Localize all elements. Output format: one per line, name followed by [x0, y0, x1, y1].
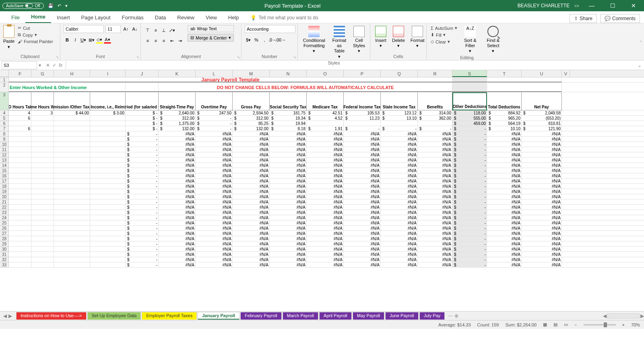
cell[interactable]: #N/A	[270, 152, 307, 157]
cell[interactable]: $965.20	[487, 116, 522, 120]
cell[interactable]: #N/A	[487, 158, 522, 162]
cell[interactable]	[31, 142, 54, 147]
cell[interactable]: #N/A	[522, 241, 562, 246]
cell[interactable]	[54, 131, 90, 136]
table-header[interactable]: Other Deductions	[452, 92, 487, 110]
row-header[interactable]: 14	[0, 163, 9, 168]
cell[interactable]: #N/A	[522, 199, 562, 204]
cell[interactable]: #N/A	[307, 252, 344, 257]
cell[interactable]: $ -	[126, 226, 159, 231]
cell[interactable]	[54, 220, 90, 225]
cell[interactable]: $2,640.00	[159, 110, 196, 115]
cell[interactable]: #N/A	[307, 247, 344, 251]
find-select-button[interactable]: Find & Select▾	[482, 25, 504, 55]
cell[interactable]: #N/A	[418, 215, 452, 220]
tab-review[interactable]: Review	[171, 12, 200, 23]
cell[interactable]: $ -	[126, 252, 159, 257]
cell[interactable]: #N/A	[270, 137, 307, 141]
cell[interactable]: $884.92	[487, 110, 522, 115]
cell[interactable]: #N/A	[522, 215, 562, 220]
decrease-decimal-icon[interactable]: .00→	[277, 36, 284, 44]
cell[interactable]: #N/A	[196, 194, 233, 199]
sheet-tab[interactable]: March Payroll	[283, 312, 318, 320]
cell[interactable]: #N/A	[381, 152, 418, 157]
cell[interactable]	[31, 158, 54, 162]
cell[interactable]: #N/A	[196, 147, 233, 152]
dialog-launcher-icon[interactable]: ⤡	[293, 55, 297, 59]
cell[interactable]	[9, 189, 31, 194]
column-header[interactable]: U	[522, 70, 562, 77]
cell[interactable]: #N/A	[196, 236, 233, 241]
cell[interactable]: #N/A	[307, 189, 344, 194]
cell[interactable]: #N/A	[196, 173, 233, 178]
tab-data[interactable]: Data	[149, 12, 171, 23]
view-page-break-icon[interactable]: ▭	[564, 322, 568, 327]
horizontal-scrollbar[interactable]	[607, 314, 640, 318]
cell[interactable]	[90, 236, 126, 241]
cell[interactable]: #N/A	[233, 241, 270, 246]
row-header[interactable]: 8	[0, 131, 9, 137]
row-header[interactable]: 7	[0, 126, 9, 131]
table-header[interactable]: Nontaxable Income, i.e., Reimbursements	[90, 92, 126, 110]
cell[interactable]: #N/A	[270, 179, 307, 183]
cell[interactable]: #N/A	[196, 137, 233, 141]
cell[interactable]: #N/A	[344, 220, 381, 225]
cell[interactable]: #N/A	[344, 137, 381, 141]
cell[interactable]: #N/A	[522, 184, 562, 189]
cell[interactable]: #N/A	[344, 158, 381, 162]
cell[interactable]	[31, 137, 54, 141]
cell[interactable]: #N/A	[418, 163, 452, 168]
cell[interactable]: #N/A	[344, 147, 381, 152]
cell[interactable]	[90, 142, 126, 147]
cell[interactable]	[31, 126, 54, 131]
cell[interactable]: $314.00	[418, 110, 452, 115]
decrease-indent-icon[interactable]: ⇤	[168, 37, 175, 44]
cell[interactable]: #N/A	[233, 215, 270, 220]
comma-format-icon[interactable]: ,	[261, 36, 268, 44]
cell[interactable]: #N/A	[487, 194, 522, 199]
cell[interactable]: $ -	[381, 126, 418, 131]
format-painter-button[interactable]: 🖌Format Painter	[17, 39, 54, 44]
fill-button[interactable]: ⬇Fill ▾	[430, 32, 458, 38]
row-header[interactable]: 29	[0, 241, 9, 247]
cell[interactable]: #N/A	[233, 199, 270, 204]
cell[interactable]: #N/A	[344, 210, 381, 215]
cell[interactable]: $ -	[452, 189, 487, 194]
cell[interactable]: #N/A	[196, 163, 233, 168]
enter-formula-icon[interactable]: ✓	[52, 62, 56, 68]
cell[interactable]: #N/A	[233, 194, 270, 199]
cell[interactable]	[452, 77, 487, 82]
cell[interactable]	[90, 184, 126, 189]
cell[interactable]: #N/A	[196, 168, 233, 173]
cell[interactable]: #N/A	[487, 262, 522, 267]
row-header[interactable]: 10	[0, 142, 9, 147]
cell[interactable]: $ -	[126, 121, 159, 126]
align-center-icon[interactable]: ≡	[152, 37, 159, 44]
cell[interactable]	[31, 257, 54, 262]
cell[interactable]: #N/A	[487, 247, 522, 251]
cell[interactable]: $ -	[452, 241, 487, 246]
wrap-text-button[interactable]: abWrap Text	[188, 25, 234, 32]
cell[interactable]: #N/A	[381, 252, 418, 257]
cell[interactable]: #N/A	[307, 215, 344, 220]
cell[interactable]: #N/A	[233, 210, 270, 215]
cell[interactable]: #N/A	[159, 168, 196, 173]
table-header[interactable]: Benefits	[418, 92, 452, 110]
format-cells-button[interactable]: Format▾	[409, 25, 426, 49]
cell[interactable]: #N/A	[522, 152, 562, 157]
cell[interactable]: #N/A	[522, 210, 562, 215]
cell[interactable]	[9, 168, 31, 173]
cell[interactable]: #N/A	[307, 220, 344, 225]
cell[interactable]: $ -	[126, 231, 159, 236]
row-header[interactable]: 33	[0, 262, 9, 268]
cell[interactable]: #N/A	[487, 210, 522, 215]
cell[interactable]: #N/A	[307, 173, 344, 178]
cell[interactable]: #N/A	[159, 152, 196, 157]
cell[interactable]	[9, 241, 31, 246]
cancel-formula-icon[interactable]: ✕	[46, 62, 50, 68]
cell[interactable]: $ -	[452, 152, 487, 157]
align-top-icon[interactable]: ⊤	[144, 27, 151, 34]
cell[interactable]: #N/A	[307, 194, 344, 199]
cell[interactable]: #N/A	[159, 189, 196, 194]
cell[interactable]: $ -	[126, 126, 159, 131]
